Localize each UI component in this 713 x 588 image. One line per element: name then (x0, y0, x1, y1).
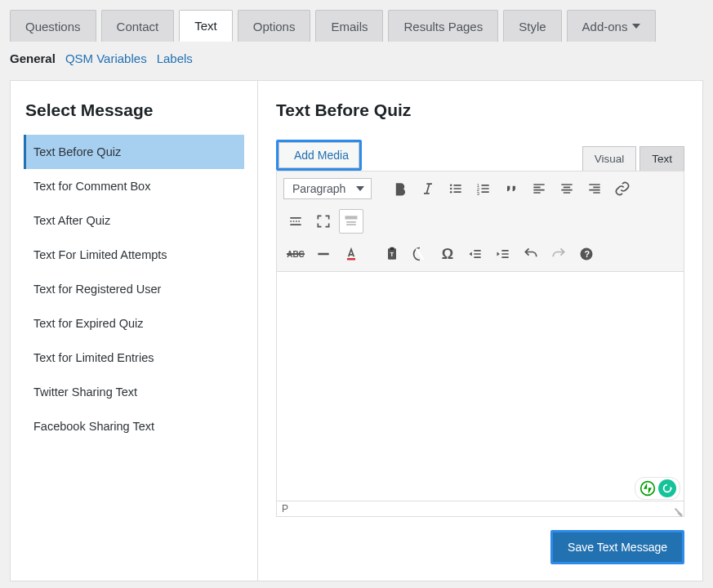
numbered-list-icon[interactable]: 123 (471, 176, 496, 201)
format-select[interactable]: Paragraph (283, 178, 372, 199)
message-item-comment-box[interactable]: Text for Comment Box (24, 169, 244, 203)
outdent-icon[interactable] (463, 242, 488, 266)
page-title: Text Before Quiz (276, 100, 684, 120)
italic-icon[interactable] (416, 176, 440, 201)
svg-rect-11 (390, 247, 394, 250)
editor-tab-text[interactable]: Text (639, 146, 684, 171)
save-button[interactable]: Save Text Message (553, 532, 682, 562)
strikethrough-icon[interactable]: ABC (283, 242, 308, 266)
wysiwyg-editor: Paragraph 123 ABC (276, 171, 684, 517)
svg-point-4 (450, 191, 452, 194)
svg-point-2 (450, 185, 452, 187)
align-right-icon[interactable] (582, 176, 607, 201)
subtab-labels[interactable]: Labels (157, 51, 193, 65)
editor-path-label: P (282, 503, 288, 514)
fullscreen-icon[interactable] (311, 209, 336, 234)
align-left-icon[interactable] (527, 176, 551, 201)
help-icon[interactable]: ? (574, 242, 599, 266)
special-char-icon[interactable]: Ω (435, 242, 460, 266)
jetpack-icon[interactable] (639, 479, 657, 497)
sub-tabs: General QSM Variables Labels (0, 42, 713, 80)
text-color-icon[interactable] (339, 242, 363, 266)
add-media-button[interactable]: Add Media (279, 142, 359, 168)
tab-options[interactable]: Options (238, 10, 311, 42)
add-media-label: Add Media (294, 149, 349, 162)
grammarly-icon[interactable] (658, 479, 676, 497)
bulleted-list-icon[interactable] (443, 176, 468, 201)
message-item-registered-user[interactable]: Text for Registered User (24, 272, 244, 306)
link-icon[interactable] (610, 176, 635, 201)
bold-icon[interactable] (388, 176, 412, 201)
tab-results-pages[interactable]: Results Pages (388, 10, 498, 42)
editor-overlay-badges (635, 477, 680, 500)
main-tabs: Questions Contact Text Options Emails Re… (0, 0, 713, 42)
sidebar: Select Message Text Before Quiz Text for… (11, 81, 258, 581)
horizontal-line-icon[interactable] (311, 242, 336, 266)
clear-formatting-icon[interactable] (408, 242, 432, 266)
main-area: Text Before Quiz Add Media Vi (258, 81, 702, 581)
message-item-text-before-quiz[interactable]: Text Before Quiz (24, 135, 244, 169)
paste-text-icon[interactable]: T (380, 242, 404, 266)
toolbar-toggle-icon[interactable] (339, 209, 363, 234)
resize-handle-icon[interactable] (672, 505, 682, 514)
tab-questions[interactable]: Questions (10, 10, 96, 42)
svg-text:3: 3 (477, 191, 479, 196)
message-item-text-after-quiz[interactable]: Text After Quiz (24, 203, 244, 238)
redo-icon[interactable] (546, 242, 571, 266)
undo-icon[interactable] (519, 242, 543, 266)
blockquote-icon[interactable] (499, 176, 524, 201)
editor-tab-visual[interactable]: Visual (582, 146, 637, 171)
svg-rect-9 (347, 258, 355, 261)
message-item-twitter-sharing[interactable]: Twitter Sharing Text (24, 375, 244, 409)
message-item-facebook-sharing[interactable]: Facebook Sharing Text (24, 409, 244, 443)
message-item-limited-entries[interactable]: Text for Limited Entries (24, 341, 244, 375)
svg-point-15 (641, 482, 655, 496)
read-more-icon[interactable] (283, 209, 308, 234)
subtab-general[interactable]: General (10, 51, 56, 65)
editor-tabs: Visual Text (582, 146, 684, 171)
chevron-down-icon (632, 24, 640, 29)
sidebar-title: Select Message (24, 100, 244, 120)
svg-rect-8 (345, 216, 358, 219)
tab-contact[interactable]: Contact (101, 10, 175, 42)
svg-point-3 (450, 188, 452, 190)
message-item-limited-attempts[interactable]: Text For Limited Attempts (24, 238, 244, 272)
editor-content-area[interactable] (277, 272, 684, 501)
panel: Select Message Text Before Quiz Text for… (10, 80, 703, 581)
tab-emails[interactable]: Emails (315, 10, 383, 42)
add-media-highlighted: Add Media (276, 140, 362, 171)
tab-addons-label: Add-ons (582, 20, 628, 33)
editor-toolbar: Paragraph 123 ABC (277, 172, 684, 272)
save-highlighted: Save Text Message (550, 530, 684, 564)
subtab-qsm-variables[interactable]: QSM Variables (65, 51, 147, 65)
indent-icon[interactable] (491, 242, 515, 266)
align-center-icon[interactable] (555, 176, 579, 201)
message-item-expired-quiz[interactable]: Text for Expired Quiz (24, 306, 244, 341)
tab-style[interactable]: Style (503, 10, 561, 42)
tab-addons[interactable]: Add-ons (567, 10, 657, 42)
message-list: Text Before Quiz Text for Comment Box Te… (24, 135, 244, 443)
tab-text[interactable]: Text (179, 10, 233, 42)
editor-path-bar: P (277, 501, 684, 516)
svg-text:T: T (390, 251, 394, 258)
svg-text:?: ? (585, 249, 590, 259)
